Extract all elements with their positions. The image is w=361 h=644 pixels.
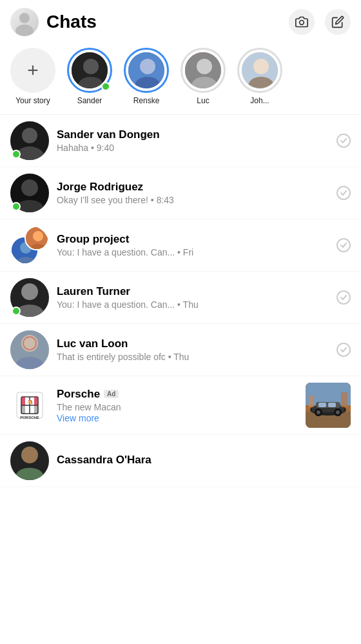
- read-check-luc: [337, 343, 351, 357]
- chat-preview-group: You: I have a question. Can... • Fri: [57, 247, 331, 257]
- porsche-logo-wrap: 🐴 PORSCHE: [10, 386, 49, 425]
- chat-item-group[interactable]: Group project You: I have a question. Ca…: [0, 219, 361, 272]
- story-avatar-wrap-joh: [237, 48, 282, 93]
- svg-text:PORSCHE: PORSCHE: [20, 416, 39, 419]
- checkmark-icon: [340, 294, 347, 301]
- ad-item-porsche[interactable]: 🐴 PORSCHE Porsche Ad The new Macan View …: [0, 376, 361, 435]
- read-check-jorge: [337, 186, 351, 200]
- camera-button[interactable]: [289, 9, 315, 35]
- porsche-logo-svg: 🐴 PORSCHE: [13, 388, 46, 422]
- add-story-icon: +: [27, 59, 39, 81]
- svg-text:🐴: 🐴: [27, 399, 33, 405]
- chat-name-sander: Sander van Dongen: [57, 128, 331, 141]
- svg-point-19: [21, 179, 38, 196]
- chat-item-luc[interactable]: Luc van Loon That is entirely possible o…: [0, 324, 361, 376]
- ad-product-image: [306, 383, 351, 428]
- svg-point-10: [197, 59, 212, 74]
- chat-preview-luc: That is entirely possible ofc • Thu: [57, 352, 331, 362]
- chat-avatar-wrap-group: [10, 226, 49, 265]
- story-ring-joh: [237, 48, 282, 93]
- story-avatar-wrap-sander: [67, 48, 112, 93]
- chat-avatar-group: [10, 226, 49, 265]
- checkmark-icon: [340, 241, 347, 249]
- chat-preview-jorge: Okay I'll see you there! • 8:43: [57, 195, 331, 205]
- chat-item-lauren[interactable]: Lauren Turner You: I have a question. Ca…: [0, 272, 361, 324]
- chat-content-group: Group project You: I have a question. Ca…: [57, 233, 331, 257]
- story-label-renske: Renske: [133, 96, 160, 105]
- chat-avatar-wrap-sander: [10, 121, 49, 160]
- user-avatar[interactable]: [10, 8, 39, 36]
- online-dot-sander: [12, 150, 21, 159]
- add-story-label: Your story: [15, 96, 50, 105]
- chat-avatar-cassandra: [10, 441, 49, 480]
- story-label-joh: Joh...: [250, 96, 269, 105]
- svg-point-0: [19, 13, 30, 23]
- svg-point-4: [83, 59, 99, 74]
- chat-item-cassandra[interactable]: Cassandra O'Hara: [0, 435, 361, 487]
- compose-button[interactable]: [325, 9, 351, 35]
- story-ring-renske: [124, 48, 169, 93]
- chat-preview-sander: Hahaha • 9:40: [57, 143, 331, 153]
- story-label-luc: Luc: [197, 96, 209, 105]
- chat-content-jorge: Jorge Rodriguez Okay I'll see you there!…: [57, 181, 331, 205]
- svg-rect-57: [341, 392, 347, 407]
- add-story-button[interactable]: +: [10, 48, 55, 93]
- checkmark-icon: [340, 189, 347, 197]
- online-indicator-sander: [101, 82, 110, 91]
- story-ring-luc: [180, 48, 226, 93]
- chat-name-jorge: Jorge Rodriguez: [57, 181, 331, 194]
- chat-content-sander: Sander van Dongen Hahaha • 9:40: [57, 128, 331, 153]
- chat-name-cassandra: Cassandra O'Hara: [57, 454, 351, 467]
- ad-brand-name: Porsche: [57, 388, 100, 401]
- stories-row: + Your story Sander: [0, 41, 361, 114]
- read-check-lauren: [337, 290, 351, 305]
- add-story-item[interactable]: + Your story: [10, 48, 55, 105]
- chat-avatar-wrap-jorge: [10, 174, 49, 212]
- read-check-group: [337, 238, 351, 252]
- group-avatar-2: [24, 226, 49, 250]
- header: Chats: [0, 0, 361, 41]
- read-check-sander: [337, 134, 351, 148]
- svg-rect-51: [328, 403, 336, 407]
- story-avatar-wrap-luc: [180, 48, 226, 93]
- chat-name-group: Group project: [57, 233, 331, 246]
- svg-point-53: [317, 410, 320, 414]
- svg-rect-39: [21, 397, 25, 405]
- page-title: Chats: [46, 12, 289, 32]
- chat-avatar-wrap-luc: [10, 330, 49, 369]
- story-item-sander[interactable]: Sander: [67, 48, 112, 105]
- svg-point-25: [33, 231, 43, 241]
- story-item-luc[interactable]: Luc: [180, 48, 226, 105]
- ad-name-row: Porsche Ad: [57, 388, 300, 401]
- story-avatar-wrap-renske: [124, 48, 169, 93]
- chat-item-jorge[interactable]: Jorge Rodriguez Okay I'll see you there!…: [0, 167, 361, 219]
- chat-content-luc: Luc van Loon That is entirely possible o…: [57, 337, 331, 362]
- ad-subtitle: The new Macan: [57, 402, 300, 412]
- svg-point-1: [15, 25, 34, 36]
- chat-avatar-wrap-cassandra: [10, 441, 49, 480]
- ad-cta-button[interactable]: View more: [57, 413, 300, 423]
- svg-point-55: [336, 410, 340, 414]
- svg-rect-41: [21, 405, 25, 414]
- svg-point-59: [21, 447, 38, 463]
- story-item-joh[interactable]: Joh...: [237, 48, 282, 105]
- svg-point-7: [140, 59, 155, 74]
- svg-rect-42: [34, 405, 38, 414]
- checkmark-icon: [340, 346, 347, 354]
- svg-rect-56: [309, 396, 314, 407]
- svg-point-13: [253, 59, 269, 74]
- chat-item-sander[interactable]: Sander van Dongen Hahaha • 9:40: [0, 115, 361, 167]
- chat-name-lauren: Lauren Turner: [57, 285, 331, 298]
- story-label-sander: Sander: [77, 96, 102, 105]
- chat-name-luc: Luc van Loon: [57, 337, 331, 350]
- story-inner-luc: [184, 51, 222, 90]
- story-inner-renske: [127, 51, 166, 90]
- chat-avatar-wrap-lauren: [10, 278, 49, 317]
- ad-content-porsche: Porsche Ad The new Macan View more: [57, 388, 300, 423]
- compose-icon: [331, 15, 344, 28]
- camera-icon: [295, 15, 308, 28]
- chat-list: Sander van Dongen Hahaha • 9:40 J: [0, 115, 361, 487]
- story-item-renske[interactable]: Renske: [124, 48, 169, 105]
- svg-point-16: [22, 128, 37, 143]
- checkmark-icon: [340, 137, 347, 145]
